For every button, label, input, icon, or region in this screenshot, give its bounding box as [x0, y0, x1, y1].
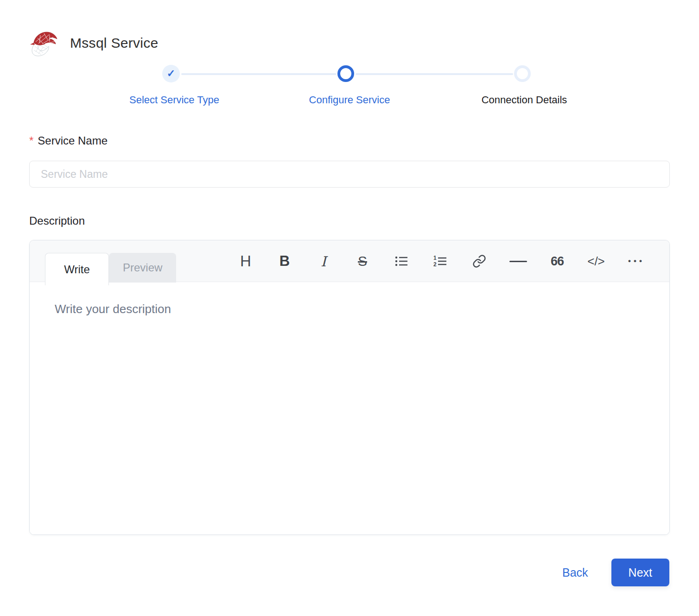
description-label-text: Description: [29, 214, 85, 227]
service-name-input[interactable]: [29, 161, 670, 188]
code-button[interactable]: </>: [577, 240, 616, 282]
service-name-label-text: Service Name: [38, 134, 108, 147]
description-editor: Write Preview H B I S: [29, 240, 670, 535]
ordered-list-button[interactable]: 1 2: [421, 240, 460, 282]
code-icon: </>: [587, 254, 605, 269]
heading-icon: H: [240, 252, 251, 270]
quote-button[interactable]: 66: [538, 240, 577, 282]
bold-icon: B: [280, 253, 290, 270]
more-options-button[interactable]: •••: [616, 240, 655, 282]
quote-icon: 66: [551, 254, 564, 269]
more-icon: •••: [625, 257, 645, 266]
unordered-list-icon: [394, 254, 409, 269]
strikethrough-icon: S: [358, 253, 367, 269]
step-2-indicator-active[interactable]: [337, 65, 354, 82]
svg-text:2: 2: [433, 261, 437, 268]
heading-button[interactable]: H: [226, 240, 265, 282]
step-label-configure-service[interactable]: Configure Service: [309, 94, 390, 106]
step-label-connection-details: Connection Details: [482, 94, 567, 106]
mssql-service-wizard: Mssql Service ✓ Select Service Type Conf…: [0, 0, 699, 616]
tab-preview[interactable]: Preview: [109, 253, 176, 283]
horizontal-rule-icon: [509, 261, 527, 262]
step-3-indicator-pending[interactable]: [514, 65, 531, 82]
next-button[interactable]: Next: [611, 559, 669, 586]
link-button[interactable]: [460, 240, 499, 282]
ordered-list-icon: 1 2: [433, 254, 448, 269]
step-connector-2: [356, 73, 513, 75]
bold-button[interactable]: B: [265, 240, 304, 282]
description-label: Description: [29, 214, 85, 227]
unordered-list-button[interactable]: [382, 240, 421, 282]
service-name-label: * Service Name: [29, 134, 108, 147]
header: Mssql Service: [29, 29, 159, 57]
mssql-server-logo-icon: [29, 29, 59, 57]
link-icon: [472, 254, 486, 268]
check-icon: ✓: [167, 69, 175, 79]
strikethrough-button[interactable]: S: [343, 240, 382, 282]
step-1-indicator-completed[interactable]: ✓: [162, 65, 180, 82]
formatting-toolbar: H B I S: [226, 240, 655, 282]
editor-body: [30, 283, 669, 534]
tab-write[interactable]: Write: [45, 253, 109, 285]
back-button[interactable]: Back: [562, 566, 588, 579]
italic-button[interactable]: I: [304, 240, 343, 282]
page-title: Mssql Service: [70, 35, 159, 51]
required-asterisk: *: [29, 134, 33, 147]
description-textarea[interactable]: [30, 283, 669, 534]
wizard-actions: Back Next: [562, 559, 669, 586]
editor-toolbar: Write Preview H B I S: [30, 240, 669, 282]
step-label-select-service-type[interactable]: Select Service Type: [129, 94, 219, 106]
step-connector-1: [181, 73, 337, 75]
editor-tabs: Write Preview: [45, 253, 176, 285]
italic-icon: I: [321, 253, 326, 270]
svg-text:1: 1: [433, 255, 437, 261]
horizontal-rule-button[interactable]: [499, 240, 538, 282]
